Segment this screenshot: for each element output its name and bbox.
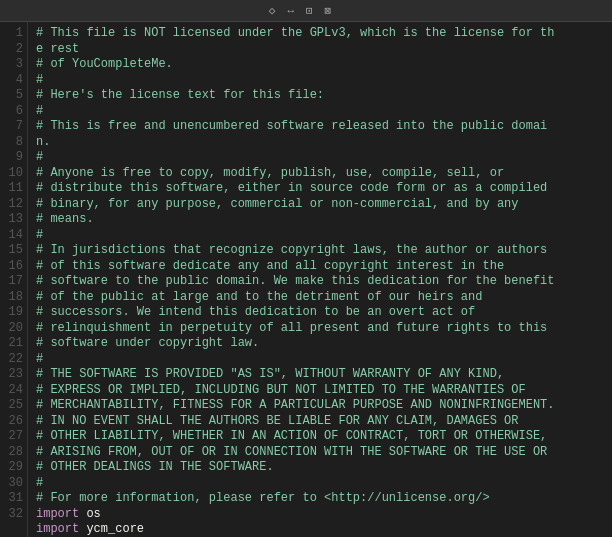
- code-line: # IN NO EVENT SHALL THE AUTHORS BE LIABL…: [36, 414, 604, 430]
- line-number: 9: [4, 150, 23, 166]
- code-line: # This is free and unencumbered software…: [36, 119, 604, 135]
- code-content: # This file is NOT licensed under the GP…: [28, 22, 612, 537]
- line-number: 12: [4, 197, 23, 213]
- line-number: 29: [4, 460, 23, 476]
- code-line: # successors. We intend this dedication …: [36, 305, 604, 321]
- code-line: # EXPRESS OR IMPLIED, INCLUDING BUT NOT …: [36, 383, 604, 399]
- code-line: # of YouCompleteMe.: [36, 57, 604, 73]
- line-number: 3: [4, 57, 23, 73]
- code-line: # software under copyright law.: [36, 336, 604, 352]
- code-line: # distribute this software, either in so…: [36, 181, 604, 197]
- close-icon: ⊠: [325, 4, 332, 17]
- code-line: # OTHER LIABILITY, WHETHER IN AN ACTION …: [36, 429, 604, 445]
- line-number: 13: [4, 212, 23, 228]
- code-line: # binary, for any purpose, commercial or…: [36, 197, 604, 213]
- line-number: 16: [4, 259, 23, 275]
- line-number: 7: [4, 119, 23, 135]
- line-number: 27: [4, 429, 23, 445]
- line-number: 1: [4, 26, 23, 42]
- code-line: #: [36, 150, 604, 166]
- line-number: 24: [4, 383, 23, 399]
- line-number: 6: [4, 104, 23, 120]
- line-number: 4: [4, 73, 23, 89]
- code-line: # means.: [36, 212, 604, 228]
- line-number: 17: [4, 274, 23, 290]
- line-number: 20: [4, 321, 23, 337]
- code-line: # THE SOFTWARE IS PROVIDED "AS IS", WITH…: [36, 367, 604, 383]
- code-line: # software to the public domain. We make…: [36, 274, 604, 290]
- line-number: 15: [4, 243, 23, 259]
- code-line: # MERCHANTABILITY, FITNESS FOR A PARTICU…: [36, 398, 604, 414]
- code-line: #: [36, 73, 604, 89]
- line-number: 14: [4, 228, 23, 244]
- line-number: 5: [4, 88, 23, 104]
- line-number: 23: [4, 367, 23, 383]
- line-number: 19: [4, 305, 23, 321]
- line-number: 18: [4, 290, 23, 306]
- line-number: 25: [4, 398, 23, 414]
- code-line: # Anyone is free to copy, modify, publis…: [36, 166, 604, 182]
- line-numbers: 1234567891011121314151617181920212223242…: [0, 22, 28, 537]
- code-line: # Here's the license text for this file:: [36, 88, 604, 104]
- title-bar: ◇ ↔ ⊡ ⊠: [0, 0, 612, 22]
- code-line: #: [36, 228, 604, 244]
- line-number: 26: [4, 414, 23, 430]
- code-line: # of the public at large and to the detr…: [36, 290, 604, 306]
- code-line: # In jurisdictions that recognize copyri…: [36, 243, 604, 259]
- copy-icon: ⊡: [306, 4, 313, 17]
- title-bar-center: ◇ ↔ ⊡ ⊠: [269, 4, 343, 17]
- line-number: 32: [4, 507, 23, 523]
- line-number: 2: [4, 42, 23, 58]
- code-line: # ARISING FROM, OUT OF OR IN CONNECTION …: [36, 445, 604, 461]
- code-line: #: [36, 104, 604, 120]
- line-number: 28: [4, 445, 23, 461]
- code-line: n.: [36, 135, 604, 151]
- code-line: # OTHER DEALINGS IN THE SOFTWARE.: [36, 460, 604, 476]
- code-area: 1234567891011121314151617181920212223242…: [0, 22, 612, 537]
- line-number: 22: [4, 352, 23, 368]
- code-line: import ycm_core: [36, 522, 604, 537]
- line-number: 30: [4, 476, 23, 492]
- code-line: e rest: [36, 42, 604, 58]
- code-line: # For more information, please refer to …: [36, 491, 604, 507]
- arrows-icon: ↔: [287, 5, 294, 17]
- line-number: 8: [4, 135, 23, 151]
- diamond-icon: ◇: [269, 4, 276, 17]
- code-line: #: [36, 352, 604, 368]
- line-number: 31: [4, 491, 23, 507]
- code-line: # of this software dedicate any and all …: [36, 259, 604, 275]
- line-number: 10: [4, 166, 23, 182]
- line-number: 21: [4, 336, 23, 352]
- code-line: # This file is NOT licensed under the GP…: [36, 26, 604, 42]
- code-line: import os: [36, 507, 604, 523]
- line-number: 11: [4, 181, 23, 197]
- code-line: #: [36, 476, 604, 492]
- code-line: # relinquishment in perpetuity of all pr…: [36, 321, 604, 337]
